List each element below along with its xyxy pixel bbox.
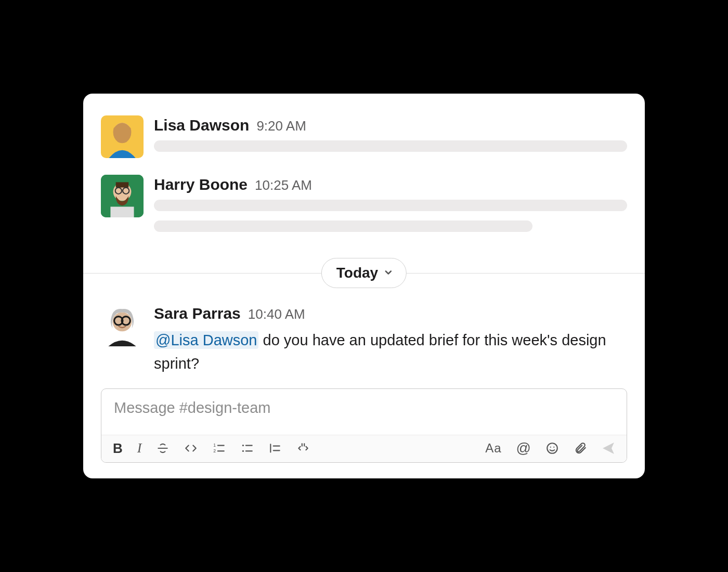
italic-button[interactable]: I (137, 440, 142, 456)
svg-text:1: 1 (214, 443, 216, 448)
toolbar-right-group: Aa @ (485, 440, 615, 456)
author-name[interactable]: Sara Parras (154, 305, 241, 322)
date-pill[interactable]: Today (321, 258, 407, 288)
date-label: Today (336, 265, 378, 281)
date-divider: Today (101, 255, 627, 291)
message-placeholder (154, 140, 627, 152)
mention-button[interactable]: @ (516, 440, 531, 456)
strikethrough-button[interactable] (156, 440, 170, 456)
message-text: @Lisa Dawson do you have an updated brie… (154, 329, 627, 375)
message-input[interactable]: Message #design-team (101, 389, 627, 435)
composer-toolbar: B I 12 (101, 435, 627, 462)
message-time: 10:25 AM (255, 177, 312, 193)
svg-point-18 (242, 450, 244, 452)
chat-card: Lisa Dawson 9:20 AM Harry Boone 10:25 AM… (83, 94, 645, 479)
bullet-list-button[interactable] (240, 440, 254, 456)
avatar[interactable] (101, 115, 144, 158)
code-block-button[interactable] (296, 440, 310, 456)
quote-button[interactable] (268, 440, 282, 456)
author-name[interactable]: Harry Boone (154, 176, 248, 193)
message-placeholder (154, 200, 627, 211)
message-row: Sara Parras 10:40 AM @Lisa Dawson do you… (101, 304, 627, 375)
message-time: 10:40 AM (248, 306, 305, 322)
toolbar-left-group: B I 12 (113, 440, 310, 456)
avatar[interactable] (101, 304, 144, 346)
message-body: Sara Parras 10:40 AM @Lisa Dawson do you… (154, 304, 627, 375)
code-button[interactable] (184, 440, 198, 456)
svg-point-27 (550, 447, 551, 448)
avatar[interactable] (101, 175, 144, 217)
message-row: Harry Boone 10:25 AM (101, 175, 627, 241)
emoji-button[interactable] (545, 440, 559, 456)
bold-button[interactable]: B (113, 440, 123, 456)
message-body: Harry Boone 10:25 AM (154, 175, 627, 241)
svg-point-26 (547, 444, 557, 454)
svg-rect-4 (116, 182, 129, 187)
composer-placeholder: Message #design-team (114, 399, 270, 416)
ordered-list-button[interactable]: 12 (212, 440, 226, 456)
send-button[interactable] (602, 440, 615, 456)
svg-point-17 (242, 445, 244, 446)
author-name[interactable]: Lisa Dawson (154, 116, 249, 134)
message-time: 9:20 AM (256, 118, 306, 134)
svg-text:2: 2 (214, 448, 216, 453)
message-body: Lisa Dawson 9:20 AM (154, 115, 627, 161)
svg-point-28 (553, 447, 554, 448)
svg-rect-3 (110, 206, 134, 217)
attach-button[interactable] (574, 440, 587, 456)
chevron-down-icon (383, 265, 394, 281)
mention[interactable]: @Lisa Dawson (154, 331, 258, 349)
message-placeholder (154, 220, 532, 232)
text-style-button[interactable]: Aa (485, 440, 501, 456)
message-composer: Message #design-team B I 12 (101, 388, 627, 463)
message-row: Lisa Dawson 9:20 AM (101, 115, 627, 161)
